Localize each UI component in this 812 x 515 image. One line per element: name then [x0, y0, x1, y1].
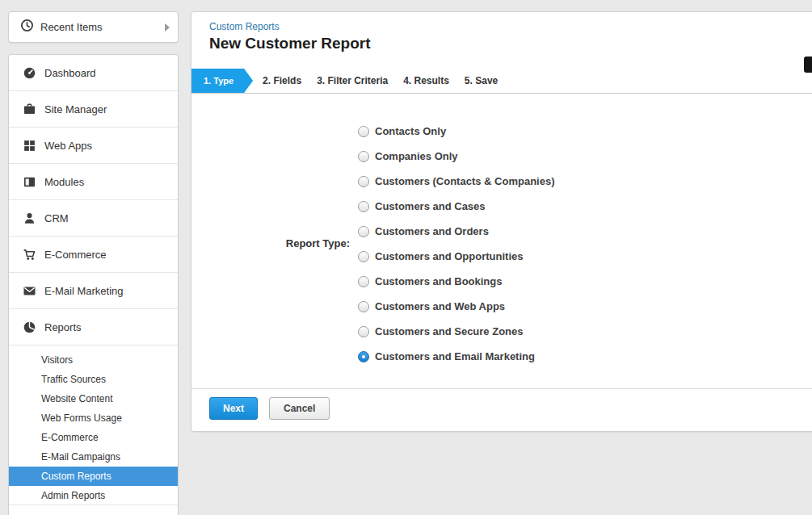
radio-label: Customers and Orders — [375, 225, 489, 237]
radio-label: Customers and Opportunities — [375, 250, 523, 262]
reports-submenu: Visitors Traffic Sources Website Content… — [9, 345, 178, 505]
radio-icon[interactable] — [358, 226, 369, 237]
sidebar-item-label: CRM — [44, 212, 69, 224]
next-button[interactable]: Next — [209, 397, 258, 420]
envelope-icon — [23, 284, 36, 298]
report-type-options: Contacts Only Companies Only Customers (… — [358, 119, 554, 369]
radio-option-customers-secure-zones[interactable]: Customers and Secure Zones — [358, 319, 554, 344]
recent-items-button[interactable]: Recent Items — [8, 11, 179, 43]
sidebar-subitem-email-campaigns[interactable]: E-Mail Campaigns — [9, 447, 178, 467]
recent-items-label: Recent Items — [40, 21, 165, 33]
step-tab-filter-criteria[interactable]: 3. Filter Criteria — [317, 69, 388, 93]
step-tab-fields[interactable]: 2. Fields — [263, 69, 301, 93]
radio-icon[interactable] — [358, 276, 369, 287]
cart-icon — [23, 248, 36, 262]
sidebar-item-label: Modules — [44, 176, 84, 188]
sidebar-subitem-ecommerce[interactable]: E-Commerce — [9, 428, 178, 447]
sidebar-item-crm[interactable]: CRM — [9, 200, 178, 237]
radio-option-customers-cases[interactable]: Customers and Cases — [358, 194, 554, 219]
sidebar-item-label: Web Apps — [44, 140, 92, 152]
radio-icon[interactable] — [358, 351, 369, 362]
step-tab-type[interactable]: 1. Type — [191, 69, 253, 93]
dashboard-gauge-icon — [23, 66, 36, 80]
clock-icon — [20, 19, 34, 36]
sidebar-item-label: Reports — [44, 321, 82, 333]
sidebar-menu: Dashboard Site Manager Web Apps Modules — [8, 54, 179, 515]
sidebar-item-label: E-Mail Marketing — [44, 285, 124, 297]
person-icon — [23, 211, 36, 225]
sidebar-item-dashboard[interactable]: Dashboard — [9, 55, 178, 91]
sidebar-item-label: Site Manager — [44, 103, 107, 115]
radio-option-customers-bookings[interactable]: Customers and Bookings — [358, 269, 554, 294]
radio-icon[interactable] — [358, 301, 369, 312]
briefcase-icon — [23, 103, 36, 116]
footer-buttons: Next Cancel — [209, 397, 330, 420]
radio-icon[interactable] — [358, 151, 369, 162]
modules-icon — [23, 175, 36, 189]
radio-label: Customers and Cases — [375, 200, 486, 212]
radio-label: Customers and Bookings — [375, 275, 502, 287]
sidebar-subitem-visitors[interactable]: Visitors — [9, 350, 178, 370]
cancel-button[interactable]: Cancel — [269, 397, 330, 420]
radio-icon[interactable] — [358, 126, 369, 137]
page-title: New Customer Report — [209, 35, 812, 52]
step-tab-results[interactable]: 4. Results — [403, 69, 449, 93]
chevron-right-icon — [165, 23, 170, 31]
sidebar-item-site-manager[interactable]: Site Manager — [9, 91, 178, 128]
sidebar-item-email-marketing[interactable]: E-Mail Marketing — [9, 273, 178, 309]
radio-label: Customers and Web Apps — [375, 300, 505, 312]
sidebar-subitem-custom-reports[interactable]: Custom Reports — [9, 467, 178, 486]
sidebar-subitem-traffic-sources[interactable]: Traffic Sources — [9, 370, 178, 389]
radio-icon[interactable] — [358, 326, 369, 337]
radio-icon[interactable] — [358, 176, 369, 187]
report-type-label: Report Type: — [191, 237, 350, 249]
sidebar-item-modules[interactable]: Modules — [9, 164, 178, 200]
radio-option-customers-web-apps[interactable]: Customers and Web Apps — [358, 294, 554, 319]
radio-option-customers-orders[interactable]: Customers and Orders — [358, 219, 554, 244]
page-header: Custom Reports New Customer Report — [191, 12, 812, 52]
sidebar-item-web-apps[interactable]: Web Apps — [9, 128, 178, 164]
grid-icon — [23, 139, 36, 153]
radio-option-companies-only[interactable]: Companies Only — [358, 144, 554, 169]
pie-chart-icon — [23, 320, 36, 334]
main-panel: Custom Reports New Customer Report 1. Ty… — [191, 11, 812, 432]
sidebar-subitem-web-forms-usage[interactable]: Web Forms Usage — [9, 408, 178, 428]
sidebar-item-reports[interactable]: Reports — [9, 309, 178, 345]
radio-label: Customers (Contacts & Companies) — [375, 175, 554, 187]
radio-label: Customers and Email Marketing — [375, 350, 535, 362]
steps-bar: 1. Type 2. Fields 3. Filter Criteria 4. … — [191, 69, 812, 94]
radio-option-customers-opportunities[interactable]: Customers and Opportunities — [358, 244, 554, 269]
sidebar-subitem-admin-reports[interactable]: Admin Reports — [9, 486, 178, 505]
radio-icon[interactable] — [358, 251, 369, 262]
radio-label: Contacts Only — [375, 125, 446, 137]
step-tab-save[interactable]: 5. Save — [465, 69, 498, 93]
sidebar: Recent Items Dashboard Site Manager Web … — [8, 11, 179, 43]
sidebar-subitem-website-content[interactable]: Website Content — [9, 389, 178, 408]
radio-option-customers[interactable]: Customers (Contacts & Companies) — [358, 169, 554, 194]
sidebar-item-label: Dashboard — [44, 67, 96, 79]
sidebar-item-label: E-Commerce — [44, 249, 107, 261]
radio-label: Companies Only — [375, 150, 458, 162]
radio-icon[interactable] — [358, 201, 369, 212]
radio-option-customers-email-marketing[interactable]: Customers and Email Marketing — [358, 344, 554, 369]
sidebar-item-ecommerce[interactable]: E-Commerce — [9, 237, 178, 273]
panel-handle[interactable] — [804, 57, 812, 73]
radio-option-contacts-only[interactable]: Contacts Only — [358, 119, 554, 144]
breadcrumb[interactable]: Custom Reports — [209, 21, 812, 32]
footer-divider — [191, 388, 812, 389]
radio-label: Customers and Secure Zones — [375, 325, 524, 337]
